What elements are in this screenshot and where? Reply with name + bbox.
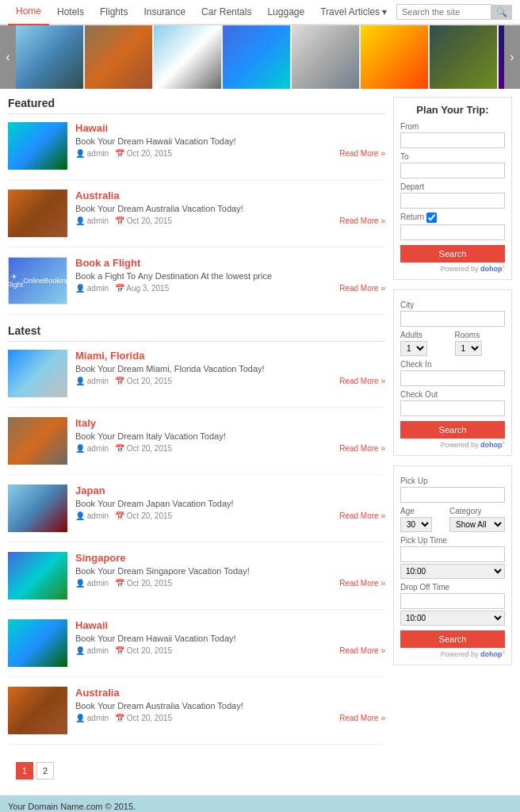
category-group: Category Show AllEconomySUV xyxy=(449,503,505,532)
rooms-label: Rooms xyxy=(455,331,506,339)
list-item: Australia Book Your Dream Australia Vaca… xyxy=(8,190,385,247)
list-item: Miami, Florida Book Your Dream Miami, Fl… xyxy=(8,350,385,408)
car-search-button[interactable]: Search xyxy=(400,630,505,648)
checkin-input[interactable]: 27.10.15 xyxy=(400,370,505,386)
carousel-prev[interactable]: ‹ xyxy=(0,25,16,89)
article-thumbnail xyxy=(8,687,67,734)
nav-home[interactable]: Home xyxy=(8,0,49,25)
article-title[interactable]: Hawaii xyxy=(75,122,385,134)
article-title[interactable]: Australia xyxy=(75,687,385,699)
nav-car-rentals[interactable]: Car Rentals xyxy=(193,0,259,25)
article-thumbnail xyxy=(8,190,67,237)
search-button[interactable]: 🔍 xyxy=(491,5,512,20)
article-title[interactable]: Japan xyxy=(75,485,385,496)
search-input[interactable] xyxy=(396,4,491,20)
dropoff-date-input[interactable]: 03.11.15 xyxy=(400,593,505,609)
featured-section-header: Featured xyxy=(8,97,385,114)
list-item: Hawaii Book Your Dream Hawaii Vacation T… xyxy=(8,122,385,180)
article-date: 📅 Oct 20, 2015 xyxy=(115,149,172,158)
read-more-link[interactable]: Read More » xyxy=(339,579,385,588)
nav-search-area: 🔍 xyxy=(396,4,512,20)
hotel-search-button[interactable]: Search xyxy=(400,421,505,439)
meta-left: 👤 admin 📅 Oct 20, 2015 xyxy=(75,579,172,588)
nav-flights[interactable]: Flights xyxy=(92,0,136,25)
nav-hotels[interactable]: Hotels xyxy=(49,0,92,25)
article-meta: 👤 admin 📅 Oct 20, 2015 Read More » xyxy=(75,714,385,722)
category-label: Category xyxy=(449,507,505,515)
checkout-input[interactable]: 28.10.15 xyxy=(400,400,505,416)
footer: Your Domain Name.com © 2015. xyxy=(0,795,520,812)
article-thumbnail xyxy=(8,619,67,667)
article-author: 👤 admin xyxy=(75,149,109,158)
flight-search-button[interactable]: Search xyxy=(400,245,505,262)
page-button-1[interactable]: 1 xyxy=(16,762,33,779)
to-input[interactable] xyxy=(400,163,505,178)
article-title[interactable]: Hawaii xyxy=(75,619,385,631)
article-thumbnail: ✈ Flight Online Booking xyxy=(8,257,67,304)
list-item: Italy Book Your Dream Italy Vacation Tod… xyxy=(8,417,385,475)
article-title[interactable]: Italy xyxy=(75,417,385,429)
return-input[interactable]: 03.11.15 xyxy=(400,224,505,240)
checkout-label: Check Out xyxy=(400,390,505,399)
dohop-logo-flight: dohop xyxy=(480,265,503,273)
category-select[interactable]: Show AllEconomySUV xyxy=(449,517,505,532)
flight-thumb-inner: ✈ Flight Online Booking xyxy=(9,258,67,304)
article-author: 👤 admin xyxy=(75,579,109,588)
hotel-search-section: City Adults 123 Rooms 123 Check In 27.10… xyxy=(393,289,512,456)
rooms-select[interactable]: 123 xyxy=(455,341,482,356)
article-date: 📅 Oct 20, 2015 xyxy=(115,511,172,520)
read-more-link[interactable]: Read More » xyxy=(339,149,385,158)
article-info: Book a Flight Book a Fight To Any Destin… xyxy=(75,257,385,304)
carousel-image-6 xyxy=(361,25,428,89)
from-input[interactable] xyxy=(400,132,505,148)
plan-trip-title: Plan Your Trip: xyxy=(400,104,505,116)
article-date: 📅 Oct 20, 2015 xyxy=(115,646,172,655)
article-author: 👤 admin xyxy=(75,646,109,655)
article-thumbnail xyxy=(8,350,67,397)
read-more-link[interactable]: Read More » xyxy=(339,444,385,453)
read-more-link[interactable]: Read More » xyxy=(339,714,385,722)
meta-left: 👤 admin 📅 Oct 20, 2015 xyxy=(75,149,172,158)
article-info: Italy Book Your Dream Italy Vacation Tod… xyxy=(75,417,385,465)
dropoff-time-select[interactable]: 10:0011:00 xyxy=(400,611,505,626)
pickup-time-select[interactable]: 10:0011:00 xyxy=(400,564,505,579)
carousel-next[interactable]: › xyxy=(504,25,520,89)
read-more-link[interactable]: Read More » xyxy=(339,377,385,385)
article-description: Book Your Dream Italy Vacation Today! xyxy=(75,431,385,441)
read-more-link[interactable]: Read More » xyxy=(339,646,385,655)
article-info: Japan Book Your Dream Japan Vacation Tod… xyxy=(75,485,385,532)
carousel-image-1 xyxy=(16,25,83,89)
article-date: 📅 Oct 20, 2015 xyxy=(115,444,172,453)
meta-left: 👤 admin 📅 Oct 20, 2015 xyxy=(75,714,172,722)
article-title[interactable]: Singapore xyxy=(75,552,385,564)
article-meta: 👤 admin 📅 Aug 3, 2015 Read More » xyxy=(75,284,385,293)
return-checkbox[interactable] xyxy=(426,213,437,223)
article-title[interactable]: Book a Flight xyxy=(75,257,385,269)
read-more-link[interactable]: Read More » xyxy=(339,284,385,293)
from-label: From xyxy=(400,122,505,131)
dohop-logo-hotel: dohop xyxy=(480,441,503,449)
read-more-link[interactable]: Read More » xyxy=(339,511,385,520)
adults-select[interactable]: 123 xyxy=(400,341,427,356)
nav-luggage[interactable]: Luggage xyxy=(259,0,312,25)
age-group: Age 302535 xyxy=(400,503,445,532)
article-description: Book Your Dream Singapore Vacation Today… xyxy=(75,566,385,576)
carousel-image-5 xyxy=(292,25,359,89)
city-input[interactable] xyxy=(400,311,505,327)
powered-by-car: Powered by dohop° xyxy=(400,650,505,658)
to-label: To xyxy=(400,152,505,161)
depart-input[interactable]: 27.10.15 xyxy=(400,193,505,209)
page-button-2[interactable]: 2 xyxy=(36,762,54,779)
nav-travel-articles[interactable]: Travel Articles ▾ xyxy=(312,0,395,25)
age-select[interactable]: 302535 xyxy=(400,517,432,532)
read-more-link[interactable]: Read More » xyxy=(339,216,385,225)
content-area: Featured Hawaii Book Your Dream Hawaii V… xyxy=(8,97,385,787)
article-title[interactable]: Miami, Florida xyxy=(75,350,385,362)
pickup-input[interactable] xyxy=(400,487,505,503)
age-label: Age xyxy=(400,507,445,515)
nav-insurance[interactable]: Insurance xyxy=(136,0,193,25)
article-title[interactable]: Australia xyxy=(75,190,385,201)
article-author: 👤 admin xyxy=(75,511,109,520)
pickup-date-input[interactable]: 27.10.15 xyxy=(400,546,505,562)
article-meta: 👤 admin 📅 Oct 20, 2015 Read More » xyxy=(75,377,385,385)
